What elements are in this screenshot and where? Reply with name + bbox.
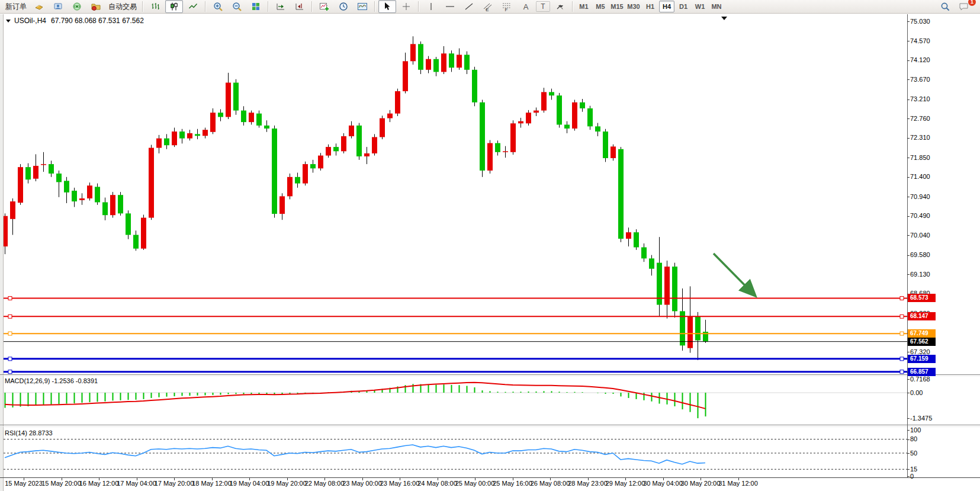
tile-windows-icon[interactable]: [247, 0, 265, 13]
line-chart-type-icon[interactable]: [184, 0, 202, 13]
hline-68.573: [4, 296, 907, 300]
timeframe-d1[interactable]: D1: [676, 1, 691, 12]
macd-canvas[interactable]: [4, 376, 907, 422]
vertical-line-tool-icon[interactable]: [422, 0, 440, 13]
templates-icon[interactable]: [354, 0, 371, 13]
new-order-button[interactable]: 新订单: [3, 0, 29, 13]
price-axis-tick: [907, 216, 910, 217]
time-axis-tick: [663, 478, 664, 480]
price-axis-label: 75.030: [910, 18, 930, 25]
rsi-label: RSI(14) 28.8733: [5, 429, 53, 437]
macd-axis-tick: [907, 393, 910, 393]
time-axis-border: [0, 477, 980, 478]
timeframe-mn[interactable]: MN: [709, 1, 724, 12]
price-axis-label: 74.120: [910, 56, 930, 63]
price-axis-label: 71.850: [910, 154, 930, 161]
price-axis-tick: [907, 255, 910, 256]
timeframe-w1[interactable]: W1: [692, 1, 708, 12]
collapse-triangle-icon[interactable]: [6, 20, 11, 23]
down-arrow-annotation[interactable]: [714, 253, 754, 295]
text-label-tool-icon[interactable]: T: [536, 1, 550, 12]
price-tag-68.573: 68.573: [908, 294, 936, 302]
expert-advisor-icon[interactable]: [49, 0, 67, 13]
hline-66.857: [4, 370, 907, 374]
horizontal-line-tool-icon[interactable]: [441, 0, 459, 13]
price-axis-label: 73.670: [910, 76, 930, 83]
timeframe-m1[interactable]: M1: [576, 1, 592, 12]
timeframe-m30[interactable]: M30: [626, 1, 641, 12]
gold-icon[interactable]: [30, 0, 48, 13]
time-axis-tick: [475, 478, 475, 480]
rsi-axis-tick: [907, 430, 910, 431]
rsi-line: [5, 445, 705, 464]
price-axis-label: 73.210: [910, 95, 930, 102]
search-icon[interactable]: [936, 0, 954, 13]
price-axis-label: 69.130: [910, 271, 930, 278]
fibonacci-tool-icon[interactable]: F: [498, 0, 516, 13]
macd-axis-tick: [907, 379, 910, 380]
zoom-out-icon[interactable]: [228, 0, 246, 13]
time-axis-tick: [738, 478, 739, 480]
timeframe-h1[interactable]: H1: [642, 1, 658, 12]
notifications-icon[interactable]: 1: [955, 0, 973, 13]
price-axis-tick: [907, 118, 910, 119]
timeframe-m5[interactable]: M5: [593, 1, 608, 12]
price-axis-label: 72.760: [910, 115, 930, 122]
price-axis-tick: [907, 197, 910, 197]
candlesticks: [4, 36, 708, 360]
pane-separator-light: [0, 376, 980, 376]
price-axis-tick: [907, 274, 910, 275]
pane-separator[interactable]: [0, 374, 980, 375]
price-axis-tick: [907, 235, 910, 236]
timeframe-h4[interactable]: H4: [659, 1, 674, 12]
notification-badge: 1: [968, 0, 976, 6]
price-axis-label: 72.310: [910, 134, 930, 141]
autotrading-icon[interactable]: [87, 0, 105, 13]
separator: [142, 1, 143, 12]
rsi-axis-label: 100: [910, 426, 921, 434]
bar-chart-type-icon[interactable]: [146, 0, 164, 13]
signal-icon[interactable]: [68, 0, 86, 13]
price-axis-label: 74.570: [910, 37, 930, 44]
equidistant-channel-tool-icon[interactable]: E: [479, 0, 497, 13]
chart-shift-marker-icon[interactable]: [721, 17, 727, 20]
price-tag-68.147: 68.147: [908, 312, 936, 320]
auto-scroll-icon[interactable]: [272, 0, 290, 13]
time-axis-tick: [324, 478, 325, 480]
auto-trading-button[interactable]: 自动交易: [106, 0, 139, 13]
periods-icon[interactable]: [335, 0, 352, 13]
price-axis-label: 70.040: [910, 232, 930, 239]
rsi-axis-label: 0: [910, 473, 914, 480]
separator: [268, 1, 269, 12]
macd-axis-label: 0.7168: [910, 376, 930, 383]
ohlc-values: 67.790 68.068 67.531 67.562: [51, 17, 144, 25]
zoom-in-icon[interactable]: [209, 0, 227, 13]
chart-shift-icon[interactable]: [291, 0, 309, 13]
toolbar: 新订单 自动交易: [0, 0, 980, 14]
price-chart-canvas[interactable]: [4, 14, 907, 375]
price-tag-66.857: 66.857: [908, 368, 936, 376]
text-tool-icon[interactable]: A: [517, 0, 535, 13]
trendline-tool-icon[interactable]: [460, 0, 478, 13]
candlestick-chart-type-icon[interactable]: [165, 0, 183, 13]
time-axis-tick: [625, 478, 626, 480]
time-axis-tick: [701, 478, 701, 480]
chart-window: USOil-,H4 67.790 68.068 67.531 67.562 MA…: [0, 14, 980, 491]
cursor-tool-icon[interactable]: [378, 0, 396, 13]
separator: [418, 1, 419, 12]
pane-separator[interactable]: [0, 425, 980, 425]
timeframe-m15[interactable]: M15: [609, 1, 625, 12]
timeframe-group: M1M5M15M30H1H4D1W1MN: [576, 1, 725, 12]
time-axis-tick: [212, 478, 213, 480]
time-axis-tick: [62, 478, 62, 480]
price-axis-tick: [907, 352, 910, 352]
arrows-tool-icon[interactable]: [551, 0, 569, 13]
symbol-period-label: USOil-,H4: [14, 17, 46, 25]
price-axis-tick: [907, 100, 910, 100]
crosshair-tool-icon[interactable]: [397, 0, 415, 13]
price-axis-tick: [907, 79, 910, 80]
price-axis-tick: [907, 41, 910, 41]
hline-67.159: [4, 357, 907, 361]
indicators-icon[interactable]: [316, 0, 333, 13]
rsi-canvas[interactable]: [4, 428, 907, 477]
